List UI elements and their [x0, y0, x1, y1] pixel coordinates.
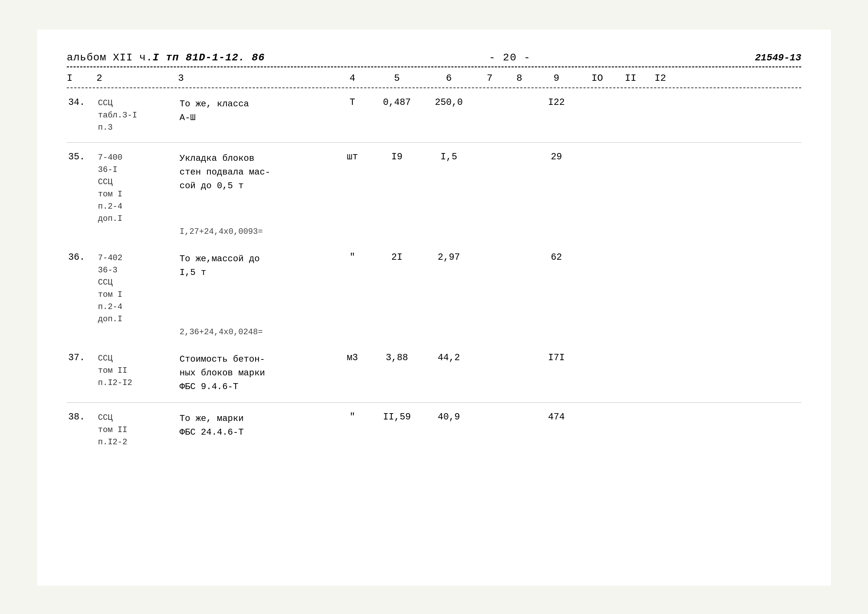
- header-area: альбом XII ч.I тп 81D-1-12. 86 - 20 - 21…: [67, 52, 801, 64]
- row-37-col7: [475, 352, 504, 353]
- row-35-group: 35. 7-40036-IССЦтом Iп.2-4доп.I Укладка …: [67, 143, 801, 243]
- row-38-col10: [579, 411, 616, 412]
- row-34-col11: [616, 96, 646, 98]
- row-38-ref: ССЦтом IIп.I2-2: [96, 411, 178, 449]
- row-37: 37. ССЦтом IIп.I2-I2 Стоимость бетон-ных…: [67, 344, 801, 396]
- page: альбом XII ч.I тп 81D-1-12. 86 - 20 - 21…: [37, 29, 831, 586]
- row-36-group: 36. 7-40236-3ССЦтом Iп.2-4доп.I То же,ма…: [67, 243, 801, 344]
- row-38-col8: [504, 411, 534, 412]
- col-header-12: I2: [646, 73, 675, 84]
- row-37-ref: ССЦтом IIп.I2-I2: [96, 352, 178, 390]
- row-36-num: 36.: [67, 251, 96, 264]
- row-38-col5: II,59: [371, 411, 423, 423]
- row-38-num: 38.: [67, 411, 96, 423]
- row-35-col11: [616, 151, 646, 152]
- row-35-formula-text: I,27+24,4x0,0093=: [178, 227, 334, 236]
- row-36-formula: 2,36+24,4x0,0248=: [67, 327, 801, 344]
- row-34-unit: Т: [334, 96, 371, 109]
- row-36-col11: [616, 251, 646, 253]
- row-35-unit: шт: [334, 151, 371, 163]
- row-34: 34. ССЦтабл.3-Iп.3 То же, классаА-Ш Т 0,…: [67, 88, 801, 136]
- col-header-1: I: [67, 73, 96, 84]
- row-37-col9: I7I: [534, 352, 579, 364]
- row-35: 35. 7-40036-IССЦтом Iп.2-4доп.I Укладка …: [67, 143, 801, 227]
- row-34-ref: ССЦтабл.3-Iп.3: [96, 96, 178, 135]
- col-header-10: IO: [579, 73, 616, 84]
- row-37-col5: 3,88: [371, 352, 423, 364]
- row-35-col9: 29: [534, 151, 579, 163]
- row-35-col7: [475, 151, 504, 152]
- row-35-num: 35.: [67, 151, 96, 163]
- row-36-col5: 2I: [371, 251, 423, 264]
- row-34-desc: То же, классаА-Ш: [178, 96, 334, 125]
- row-38-col6: 40,9: [423, 411, 475, 423]
- row-34-col10: [579, 96, 616, 98]
- col-header-5: 5: [371, 73, 423, 84]
- row-34-col12: [646, 96, 675, 98]
- row-36-formula-text: 2,36+24,4x0,0248=: [178, 327, 334, 337]
- doc-number: 21549-13: [755, 52, 801, 64]
- column-headers: I 2 3 4 5 6 7 8 9 IO II I2: [67, 67, 801, 88]
- row-37-col12: [646, 352, 675, 353]
- row-36-col9: 62: [534, 251, 579, 264]
- row-38-desc: То же, маркиФБС 24.4.6-Т: [178, 411, 334, 440]
- row-36-ref: 7-40236-3ССЦтом Iп.2-4доп.I: [96, 251, 178, 326]
- col-header-2: 2: [96, 73, 178, 84]
- row-36: 36. 7-40236-3ССЦтом Iп.2-4доп.I То же,ма…: [67, 243, 801, 327]
- row-35-col5: I9: [371, 151, 423, 163]
- row-34-col6: 250,0: [423, 96, 475, 109]
- col-header-9: 9: [534, 73, 579, 84]
- row-37-col6: 44,2: [423, 352, 475, 364]
- row-38-col11: [616, 411, 646, 412]
- row-37-unit: м3: [334, 352, 371, 364]
- col-header-3: 3: [178, 73, 334, 84]
- row-38-group: 38. ССЦтом IIп.I2-2 То же, маркиФБС 24.4…: [67, 403, 801, 451]
- col-header-8: 8: [504, 73, 534, 84]
- col-header-7: 7: [475, 73, 504, 84]
- row-35-col12: [646, 151, 675, 152]
- row-36-col8: [504, 251, 534, 253]
- row-35-col6: I,5: [423, 151, 475, 163]
- row-34-num: 34.: [67, 96, 96, 109]
- album-prefix: альбом XII ч.: [67, 52, 152, 64]
- album-label: альбом XII ч.I тп 81D-1-12. 86: [67, 52, 265, 64]
- row-38-col12: [646, 411, 675, 412]
- col-header-4: 4: [334, 73, 371, 84]
- row-37-col10: [579, 352, 616, 353]
- row-37-group: 37. ССЦтом IIп.I2-I2 Стоимость бетон-ных…: [67, 344, 801, 403]
- row-35-desc: Укладка блоковстен подвала мас-сой до 0,…: [178, 151, 334, 194]
- row-37-num: 37.: [67, 352, 96, 364]
- row-38-col7: [475, 411, 504, 412]
- row-36-col7: [475, 251, 504, 253]
- row-36-desc: То же,массой доI,5 т: [178, 251, 334, 280]
- col-header-11: II: [616, 73, 646, 84]
- page-number: - 20 -: [489, 52, 531, 64]
- row-36-col10: [579, 251, 616, 253]
- row-35-formula: I,27+24,4x0,0093=: [67, 227, 801, 243]
- row-34-col8: [504, 96, 534, 98]
- row-34-col7: [475, 96, 504, 98]
- row-35-col10: [579, 151, 616, 152]
- row-37-desc: Стоимость бетон-ных блоков маркиФБС 9.4.…: [178, 352, 334, 395]
- row-34-group: 34. ССЦтабл.3-Iп.3 То же, классаА-Ш Т 0,…: [67, 88, 801, 143]
- row-35-col8: [504, 151, 534, 152]
- row-37-col11: [616, 352, 646, 353]
- row-38: 38. ССЦтом IIп.I2-2 То же, маркиФБС 24.4…: [67, 403, 801, 451]
- data-rows: 34. ССЦтабл.3-Iп.3 То же, классаА-Ш Т 0,…: [67, 88, 801, 451]
- row-38-unit: ": [334, 411, 371, 423]
- col-header-6: 6: [423, 73, 475, 84]
- row-37-col8: [504, 352, 534, 353]
- row-35-ref: 7-40036-IССЦтом Iп.2-4доп.I: [96, 151, 178, 226]
- row-38-col9: 474: [534, 411, 579, 423]
- row-36-col12: [646, 251, 675, 253]
- row-34-col9: I22: [534, 96, 579, 109]
- row-36-unit: ": [334, 251, 371, 264]
- row-36-col6: 2,97: [423, 251, 475, 264]
- row-34-col5: 0,487: [371, 96, 423, 109]
- album-bold: I тп 81D-1-12. 86: [152, 52, 265, 64]
